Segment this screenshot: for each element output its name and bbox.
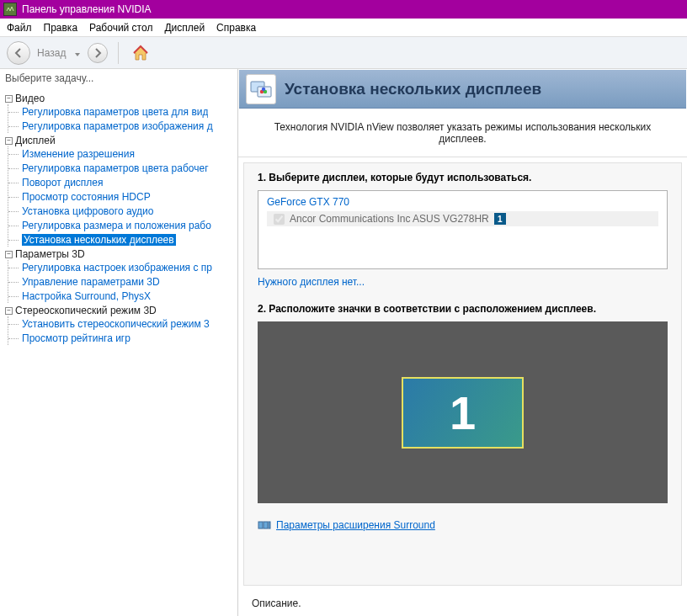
monitor-icon-1[interactable]: 1	[402, 377, 524, 449]
tree-category-3d: −Параметры 3D Регулировка настроек изобр…	[5, 247, 237, 303]
page-header: Установка нескольких дисплеев	[239, 70, 686, 109]
tree-item[interactable]: Установка цифрового аудио	[8, 204, 237, 218]
tree-item[interactable]: Управление параметрами 3D	[8, 274, 237, 289]
tree-item[interactable]: Просмотр рейтинга игр	[8, 331, 237, 345]
svg-rect-0	[5, 4, 15, 14]
description-bar: Описание.	[238, 591, 687, 616]
main-panel: Установка нескольких дисплеев Технология…	[238, 69, 687, 616]
step2-label: 2. Расположите значки в соответствии с р…	[258, 303, 668, 315]
menu-edit[interactable]: Правка	[44, 22, 78, 34]
tree-toggle[interactable]: −Параметры 3D	[5, 248, 85, 260]
menubar: Файл Правка Рабочий стол Дисплей Справка	[0, 19, 687, 37]
display-badge: 1	[494, 213, 506, 225]
tree-category-stereo: −Стереоскопический режим 3D Установить с…	[5, 303, 237, 345]
task-tree: −Видео Регулировка параметров цвета для …	[0, 88, 237, 616]
tree-item[interactable]: Поворот дисплея	[8, 175, 237, 189]
content-area: Выберите задачу... −Видео Регулировка па…	[0, 69, 687, 616]
svg-point-5	[262, 87, 265, 90]
display-checkbox	[274, 214, 285, 225]
display-row[interactable]: Ancor Communications Inc ASUS VG278HR 1	[267, 211, 658, 226]
forward-button[interactable]	[88, 43, 108, 63]
toolbar: Назад	[0, 37, 687, 69]
svg-rect-6	[258, 522, 263, 528]
task-tree-panel: Выберите задачу... −Видео Регулировка па…	[0, 69, 238, 616]
menu-display[interactable]: Дисплей	[164, 22, 205, 34]
tree-category-video: −Видео Регулировка параметров цвета для …	[5, 91, 237, 133]
page-description: Технология NVIDIA nView позволяет указат…	[238, 109, 687, 157]
missing-display-link[interactable]: Нужного дисплея нет...	[258, 276, 365, 288]
monitor-number: 1	[450, 385, 476, 440]
task-tree-header: Выберите задачу...	[0, 69, 237, 88]
tree-category-display: −Дисплей Изменение разрешения Регулировк…	[5, 133, 237, 247]
display-name: Ancor Communications Inc ASUS VG278HR	[290, 213, 489, 225]
tree-item[interactable]: Регулировка настроек изображения с пр	[8, 260, 237, 274]
home-button[interactable]	[129, 41, 152, 65]
tree-item[interactable]: Изменение разрешения	[8, 146, 237, 161]
surround-settings-link[interactable]: Параметры расширения Surround	[276, 519, 435, 531]
svg-rect-8	[269, 522, 270, 528]
nvidia-app-icon	[3, 3, 17, 16]
menu-file[interactable]: Файл	[7, 22, 32, 34]
tree-item[interactable]: Просмотр состояния HDCP	[8, 189, 237, 204]
display-select-box: GeForce GTX 770 Ancor Communications Inc…	[258, 190, 668, 269]
surround-icon	[258, 518, 271, 532]
page-icon	[246, 74, 276, 104]
tree-item[interactable]: Регулировка параметров изображения д	[8, 119, 237, 133]
tree-toggle[interactable]: −Стереоскопический режим 3D	[5, 305, 157, 316]
tree-item[interactable]: Регулировка параметров цвета рабочег	[8, 161, 237, 175]
back-button[interactable]	[7, 41, 30, 65]
tree-item[interactable]: Настройка Surround, PhysX	[8, 289, 237, 303]
back-label: Назад	[37, 47, 66, 59]
menu-help[interactable]: Справка	[216, 22, 256, 34]
titlebar: Панель управления NVIDIA	[0, 0, 687, 19]
tree-toggle[interactable]: −Видео	[5, 93, 45, 104]
page-title: Установка нескольких дисплеев	[285, 80, 541, 98]
step1-label: 1. Выберите дисплеи, которые будут испол…	[258, 172, 668, 183]
page-body: 1. Выберите дисплеи, которые будут испол…	[243, 162, 682, 586]
menu-desktop[interactable]: Рабочий стол	[89, 22, 152, 34]
tree-item[interactable]: Установить стереоскопический режим 3	[8, 316, 237, 331]
tree-item-selected[interactable]: Установка нескольких дисплеев	[8, 232, 237, 247]
surround-row: Параметры расширения Surround	[258, 518, 668, 532]
toolbar-separator	[118, 42, 119, 64]
back-dropdown-icon[interactable]	[74, 49, 83, 57]
gpu-name: GeForce GTX 770	[267, 196, 658, 208]
tree-item[interactable]: Регулировка параметров цвета для вид	[8, 104, 237, 119]
svg-rect-7	[264, 522, 268, 528]
window-title: Панель управления NVIDIA	[22, 3, 152, 15]
tree-item[interactable]: Регулировка размера и положения рабо	[8, 218, 237, 232]
tree-toggle[interactable]: −Дисплей	[5, 135, 56, 146]
display-arrange-area[interactable]: 1	[258, 321, 668, 503]
